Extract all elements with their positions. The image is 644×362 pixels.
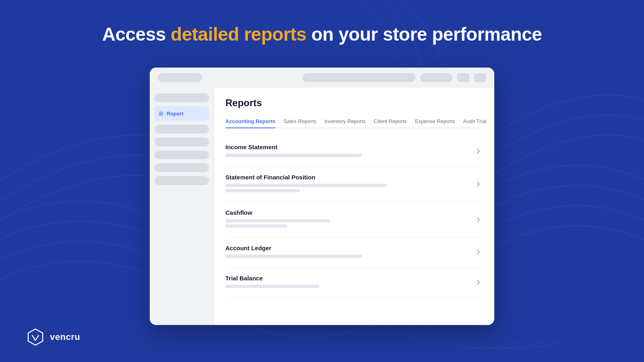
report-icon: ⊞: [159, 110, 163, 117]
cashflow-desc-line-1: [225, 219, 330, 222]
report-item-trial-balance[interactable]: Trial Balance: [225, 267, 483, 298]
report-item-income-content: Income Statement: [225, 144, 473, 159]
report-item-cashflow[interactable]: Cashflow: [225, 202, 483, 237]
report-item-financial-position[interactable]: Statement of Financial Position: [225, 167, 483, 202]
trial-desc-line-1: [225, 285, 320, 288]
cashflow-chevron: [473, 215, 483, 224]
report-item-ledger-content: Account Ledger: [225, 245, 473, 260]
ui-card: ⊞ Report Reports Accounting Reports Sale…: [150, 68, 494, 325]
financial-position-title: Statement of Financial Position: [225, 174, 473, 181]
sidebar-placeholder-4: [155, 150, 209, 159]
account-ledger-chevron: [473, 247, 483, 257]
top-bar-btn-placeholder: [420, 73, 452, 82]
report-item-financial-content: Statement of Financial Position: [225, 174, 473, 194]
top-bar-icon-2: [474, 73, 486, 82]
vencru-logo: vencru: [26, 327, 80, 347]
hero-heading: Access detailed reports on your store pe…: [0, 23, 644, 45]
financial-desc-line-1: [225, 184, 386, 187]
ledger-desc-line-1: [225, 255, 362, 258]
top-bar-icon-1: [457, 73, 469, 82]
top-bar-logo-placeholder: [158, 73, 202, 82]
cashflow-desc-line-2: [225, 224, 287, 228]
financial-position-chevron: [473, 179, 483, 189]
income-statement-title: Income Statement: [225, 144, 473, 150]
report-item-income-statement[interactable]: Income Statement: [225, 136, 483, 167]
trial-balance-chevron: [473, 278, 483, 287]
cashflow-title: Cashflow: [225, 209, 473, 216]
tab-audit-trial[interactable]: Audit Trial: [463, 115, 487, 128]
vencru-logo-text: vencru: [50, 332, 80, 342]
sidebar: ⊞ Report: [150, 88, 214, 325]
tab-expense-reports[interactable]: Expense Reports: [415, 115, 455, 128]
report-item-cashflow-content: Cashflow: [225, 209, 473, 230]
tab-accounting-reports[interactable]: Accounting Reports: [225, 115, 275, 128]
report-list: Income Statement Statement of Financial …: [225, 136, 483, 298]
income-desc-line-1: [225, 154, 362, 157]
vencru-logo-icon: [26, 327, 45, 347]
top-bar: [150, 68, 494, 88]
sidebar-item-report-label: Report: [167, 111, 184, 117]
sidebar-placeholder-6: [155, 176, 209, 185]
sidebar-item-report[interactable]: ⊞ Report: [155, 106, 209, 121]
trial-balance-title: Trial Balance: [225, 275, 473, 282]
sidebar-placeholder-1: [155, 93, 209, 102]
tab-client-reports[interactable]: Client Reports: [374, 115, 407, 128]
sidebar-placeholder-2: [155, 125, 209, 134]
top-bar-search-placeholder: [303, 73, 415, 82]
account-ledger-title: Account Ledger: [225, 245, 473, 251]
content-area: ⊞ Report Reports Accounting Reports Sale…: [150, 88, 494, 325]
income-statement-chevron: [473, 146, 483, 156]
page-title: Reports: [225, 97, 483, 109]
sidebar-placeholder-5: [155, 163, 209, 172]
tab-sales-reports[interactable]: Sales Reports: [283, 115, 316, 128]
main-panel: Reports Accounting Reports Sales Reports…: [214, 88, 494, 325]
tabs-bar: Accounting Reports Sales Reports Invento…: [225, 115, 483, 128]
report-item-account-ledger[interactable]: Account Ledger: [225, 237, 483, 267]
tab-inventory-reports[interactable]: Inventory Reports: [324, 115, 366, 128]
financial-desc-line-2: [225, 189, 300, 192]
report-item-trial-content: Trial Balance: [225, 275, 473, 290]
sidebar-placeholder-3: [155, 138, 209, 146]
